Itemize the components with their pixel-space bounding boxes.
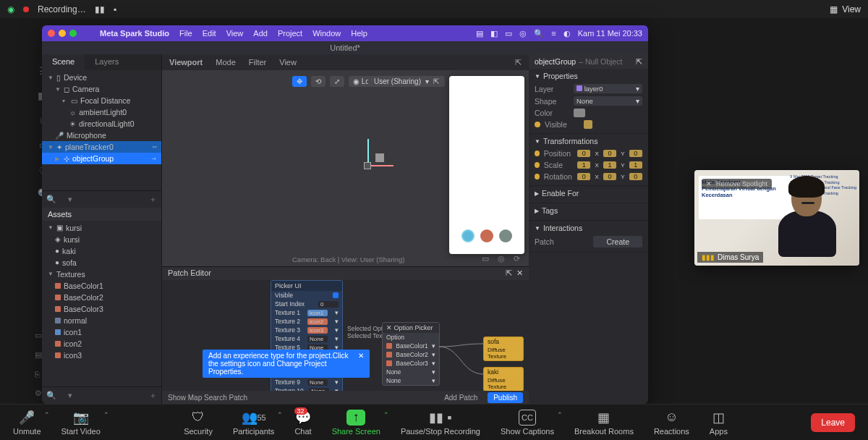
close-icon[interactable]: ✕ xyxy=(358,352,364,376)
filter-dropdown[interactable]: Filter xyxy=(249,58,266,67)
mode-dropdown[interactable]: Mode xyxy=(216,58,236,67)
asset-item[interactable]: ●sofa xyxy=(42,257,161,268)
preview-action-icon[interactable]: ▭ xyxy=(482,254,489,263)
section-interactions[interactable]: Interactions xyxy=(543,224,582,232)
asset-textures[interactable]: ▼Textures xyxy=(42,268,161,280)
create-patch-button[interactable]: Create xyxy=(593,236,642,248)
color-swatch[interactable] xyxy=(574,109,585,117)
asset-item[interactable]: icon1 xyxy=(42,326,161,338)
rot-x[interactable]: 0 xyxy=(577,173,590,180)
tree-camera[interactable]: ▼◻Camera xyxy=(42,83,161,95)
tree-focal[interactable]: ▾▭Focal Distance xyxy=(42,95,161,106)
tab-layers[interactable]: Layers xyxy=(85,54,129,70)
add-patch-button[interactable]: Add Patch xyxy=(444,394,477,402)
asset-item[interactable]: ◈kursi xyxy=(42,234,161,245)
maximize-icon[interactable] xyxy=(69,30,77,37)
leave-button[interactable]: Leave xyxy=(811,413,855,432)
menubar-icon[interactable]: ≡ xyxy=(551,29,556,38)
asset-item[interactable]: BaseColor1 xyxy=(42,280,161,292)
view-dropdown[interactable]: View xyxy=(279,58,297,67)
popout-icon[interactable]: ⇱ xyxy=(515,58,522,67)
tree-device[interactable]: ▼▯Device xyxy=(42,72,161,83)
unmute-button[interactable]: 🎤Unmute⌃ xyxy=(13,410,41,436)
preview-dot[interactable] xyxy=(461,229,475,242)
move-tool-icon[interactable]: ✥ xyxy=(292,76,307,87)
rot-z[interactable]: 0 xyxy=(629,173,642,180)
section-enable-for[interactable]: Enable For xyxy=(542,189,579,198)
asset-item[interactable]: ●kaki xyxy=(42,245,161,257)
patch-node-option-picker[interactable]: ✕ Option Picker Option BaseColor1▾ BaseC… xyxy=(382,322,440,386)
popout-icon[interactable]: ⇱ xyxy=(433,77,439,85)
share-screen-button[interactable]: ↑Share Screen⌃ xyxy=(332,410,380,436)
menubar-icon[interactable]: ▭ xyxy=(505,29,512,38)
user-dropdown[interactable]: User (Sharing)▾⇱ xyxy=(368,76,445,87)
patch-node-sofa[interactable]: sofa Diffuse Texture xyxy=(483,337,524,361)
menubar-icon[interactable]: ▤ xyxy=(476,29,483,38)
participants-button[interactable]: 👥 55Participants⌃ xyxy=(233,410,274,436)
publish-button[interactable]: Publish xyxy=(488,392,523,403)
menubar-icon[interactable]: ◧ xyxy=(490,29,498,38)
asset-item[interactable]: icon3 xyxy=(42,350,161,361)
asset-folder[interactable]: ▼▣kursi xyxy=(42,222,161,234)
menu-help[interactable]: Help xyxy=(351,29,367,38)
preview-dot[interactable] xyxy=(480,229,493,242)
pos-z[interactable]: 0 xyxy=(629,150,642,157)
scene-search-bar[interactable]: 🔍▾＋ xyxy=(42,190,161,208)
rotate-tool-icon[interactable]: ⟲ xyxy=(311,76,326,87)
section-properties[interactable]: Properties xyxy=(543,72,578,80)
menubar-icon[interactable]: ◐ xyxy=(563,29,571,38)
reactions-button[interactable]: ☺Reactions xyxy=(654,410,689,436)
rail-icon[interactable]: ⎘ xyxy=(35,370,42,378)
apps-button[interactable]: ◫Apps xyxy=(710,410,728,436)
menu-project[interactable]: Project xyxy=(278,29,302,38)
breakout-button[interactable]: ▦Breakout Rooms xyxy=(574,410,634,436)
show-map-search[interactable]: Show Map Search Patch xyxy=(168,394,247,402)
rail-icon[interactable]: ▭ xyxy=(35,331,42,340)
rail-icon[interactable]: ▤ xyxy=(35,350,42,360)
asset-item[interactable]: BaseColor3 xyxy=(42,303,161,315)
webcam-tile[interactable]: Meta Akademi Pembelajaran Virtual dengan… xyxy=(694,170,859,266)
layer-select[interactable]: layer0▾ xyxy=(574,84,642,93)
asset-item[interactable]: normal xyxy=(42,315,161,326)
tree-microphone[interactable]: 🎤Microphone xyxy=(42,130,161,141)
scale-z[interactable]: 1 xyxy=(629,161,642,169)
view-button[interactable]: ▦ View xyxy=(830,4,861,14)
tree-ambient[interactable]: ☼ambientLight0 xyxy=(42,106,161,118)
visible-checkbox[interactable] xyxy=(584,120,592,129)
patch-node-picker-ui[interactable]: Picker UI Visible Start Index0 Texture 1… xyxy=(271,280,343,396)
close-icon[interactable] xyxy=(48,30,55,37)
pause-record-button[interactable]: ▮▮ ▪Pause/Stop Recording xyxy=(401,410,480,436)
preview-action-icon[interactable]: ◎ xyxy=(498,254,505,263)
captions-button[interactable]: CCShow Captions⌃ xyxy=(501,410,554,436)
scale-x[interactable]: 1 xyxy=(577,161,590,169)
menu-view[interactable]: View xyxy=(226,29,244,38)
close-icon[interactable]: ✕ xyxy=(516,268,523,277)
menu-file[interactable]: File xyxy=(179,29,192,38)
section-transforms[interactable]: Transformations xyxy=(543,137,597,145)
tab-scene[interactable]: Scene xyxy=(42,54,85,70)
menubar-icon[interactable]: ◎ xyxy=(519,29,527,38)
minimize-icon[interactable] xyxy=(59,30,66,37)
add-icon[interactable]: ＋ xyxy=(149,194,157,205)
chat-button[interactable]: 💬32Chat xyxy=(294,410,311,436)
patch-canvas[interactable]: Picker UI Visible Start Index0 Texture 1… xyxy=(162,280,529,391)
tree-plane[interactable]: ▼✦planeTracker0▫▫ xyxy=(42,141,161,153)
asset-item[interactable]: icon2 xyxy=(42,338,161,350)
popout-icon[interactable]: ⇱ xyxy=(506,268,512,277)
stop-small-icon[interactable]: ▪ xyxy=(114,4,116,14)
menu-window[interactable]: Window xyxy=(312,29,341,38)
scale-tool-icon[interactable]: ⤢ xyxy=(330,76,344,87)
popout-icon[interactable]: ⇱ xyxy=(636,57,642,66)
rot-y[interactable]: 0 xyxy=(603,173,616,180)
preview-action-icon[interactable]: ⟳ xyxy=(514,254,520,263)
viewport-3d[interactable]: ✥ ⟲ ⤢ ◉ Local ▦ Pivot User (Sharing)▾⇱ xyxy=(162,70,529,266)
section-tags[interactable]: Tags xyxy=(542,206,558,215)
scale-y[interactable]: 1 xyxy=(603,161,616,169)
transform-gizmo[interactable] xyxy=(346,139,390,182)
security-button[interactable]: 🛡Security xyxy=(184,410,213,436)
asset-item[interactable]: BaseColor2 xyxy=(42,292,161,303)
menubar-icon[interactable]: 🔍 xyxy=(534,29,544,38)
preview-dot[interactable] xyxy=(499,229,512,242)
tree-directional[interactable]: ☀directionalLight0 xyxy=(42,118,161,130)
pos-x[interactable]: 0 xyxy=(577,150,590,157)
